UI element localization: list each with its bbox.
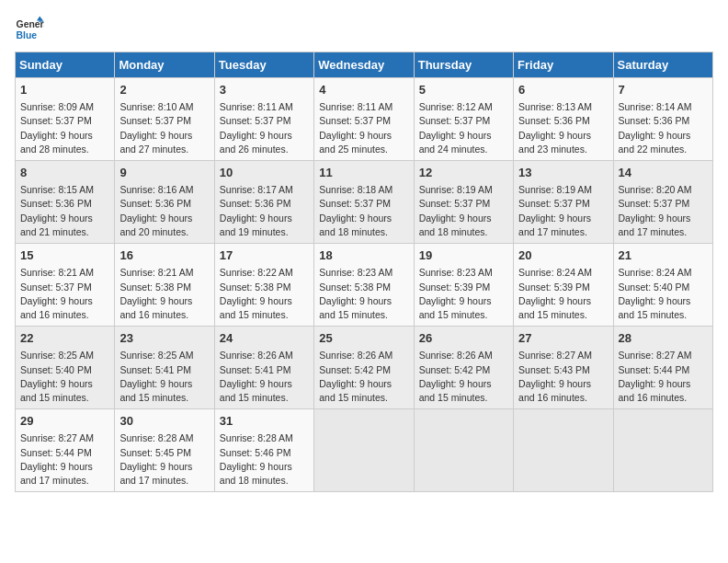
header-wednesday: Wednesday [314, 52, 414, 78]
calendar-cell: 5Sunrise: 8:12 AMSunset: 5:37 PMDaylight… [414, 78, 513, 161]
cell-info: Sunrise: 8:12 AMSunset: 5:37 PMDaylight:… [419, 100, 508, 156]
day-number: 26 [419, 330, 508, 347]
day-number: 16 [119, 247, 209, 264]
calendar-cell: 23Sunrise: 8:25 AMSunset: 5:41 PMDayligh… [115, 327, 214, 409]
day-number: 14 [619, 165, 708, 181]
week-row-1: 1Sunrise: 8:09 AMSunset: 5:37 PMDaylight… [16, 78, 713, 161]
day-number: 30 [119, 413, 209, 430]
day-number: 28 [619, 330, 708, 347]
cell-info: Sunrise: 8:27 AMSunset: 5:44 PMDaylight:… [619, 349, 708, 405]
day-number: 8 [20, 165, 109, 181]
page-header: General Blue [15, 15, 713, 44]
day-number: 27 [518, 330, 608, 347]
cell-info: Sunrise: 8:17 AMSunset: 5:36 PMDaylight:… [220, 183, 309, 239]
calendar-cell: 10Sunrise: 8:17 AMSunset: 5:36 PMDayligh… [214, 161, 313, 244]
cell-info: Sunrise: 8:22 AMSunset: 5:38 PMDaylight:… [220, 266, 309, 322]
header-sunday: Sunday [16, 52, 115, 78]
day-number: 10 [220, 165, 309, 181]
day-number: 29 [20, 413, 109, 430]
calendar-cell: 25Sunrise: 8:26 AMSunset: 5:42 PMDayligh… [314, 327, 414, 409]
calendar-cell: 13Sunrise: 8:19 AMSunset: 5:37 PMDayligh… [514, 161, 613, 244]
day-number: 1 [20, 82, 109, 98]
calendar-cell [613, 409, 712, 492]
calendar-cell: 15Sunrise: 8:21 AMSunset: 5:37 PMDayligh… [16, 244, 115, 327]
week-row-3: 15Sunrise: 8:21 AMSunset: 5:37 PMDayligh… [16, 244, 713, 327]
calendar-cell [514, 409, 613, 492]
cell-info: Sunrise: 8:15 AMSunset: 5:36 PMDaylight:… [20, 183, 109, 239]
calendar-cell: 22Sunrise: 8:25 AMSunset: 5:40 PMDayligh… [16, 327, 115, 409]
calendar-cell: 31Sunrise: 8:28 AMSunset: 5:46 PMDayligh… [214, 409, 313, 492]
calendar-cell: 4Sunrise: 8:11 AMSunset: 5:37 PMDaylight… [314, 78, 414, 161]
header-thursday: Thursday [414, 52, 513, 78]
calendar-cell: 18Sunrise: 8:23 AMSunset: 5:38 PMDayligh… [314, 244, 414, 327]
calendar-cell: 7Sunrise: 8:14 AMSunset: 5:36 PMDaylight… [613, 78, 712, 161]
calendar-cell: 9Sunrise: 8:16 AMSunset: 5:36 PMDaylight… [115, 161, 214, 244]
calendar-cell: 6Sunrise: 8:13 AMSunset: 5:36 PMDaylight… [514, 78, 613, 161]
cell-info: Sunrise: 8:27 AMSunset: 5:44 PMDaylight:… [20, 431, 109, 488]
calendar-cell: 21Sunrise: 8:24 AMSunset: 5:40 PMDayligh… [613, 244, 712, 327]
header-monday: Monday [115, 52, 214, 78]
calendar-cell: 20Sunrise: 8:24 AMSunset: 5:39 PMDayligh… [514, 244, 613, 327]
calendar-cell: 3Sunrise: 8:11 AMSunset: 5:37 PMDaylight… [214, 78, 313, 161]
calendar-cell: 11Sunrise: 8:18 AMSunset: 5:37 PMDayligh… [314, 161, 414, 244]
calendar-cell: 29Sunrise: 8:27 AMSunset: 5:44 PMDayligh… [16, 409, 115, 492]
calendar-cell: 27Sunrise: 8:27 AMSunset: 5:43 PMDayligh… [514, 327, 613, 409]
cell-info: Sunrise: 8:27 AMSunset: 5:43 PMDaylight:… [518, 349, 608, 405]
cell-info: Sunrise: 8:26 AMSunset: 5:42 PMDaylight:… [319, 349, 408, 405]
week-row-5: 29Sunrise: 8:27 AMSunset: 5:44 PMDayligh… [16, 409, 713, 492]
cell-info: Sunrise: 8:24 AMSunset: 5:40 PMDaylight:… [619, 266, 708, 322]
cell-info: Sunrise: 8:19 AMSunset: 5:37 PMDaylight:… [419, 183, 508, 239]
week-row-4: 22Sunrise: 8:25 AMSunset: 5:40 PMDayligh… [16, 327, 713, 409]
calendar-cell: 17Sunrise: 8:22 AMSunset: 5:38 PMDayligh… [214, 244, 313, 327]
day-number: 19 [419, 247, 508, 264]
day-number: 9 [119, 165, 209, 181]
cell-info: Sunrise: 8:19 AMSunset: 5:37 PMDaylight:… [518, 183, 608, 239]
calendar-cell: 26Sunrise: 8:26 AMSunset: 5:42 PMDayligh… [414, 327, 513, 409]
cell-info: Sunrise: 8:26 AMSunset: 5:42 PMDaylight:… [419, 349, 508, 405]
calendar-cell [414, 409, 513, 492]
cell-info: Sunrise: 8:13 AMSunset: 5:36 PMDaylight:… [518, 100, 608, 156]
calendar-cell: 24Sunrise: 8:26 AMSunset: 5:41 PMDayligh… [214, 327, 313, 409]
day-number: 31 [220, 413, 309, 430]
calendar-cell: 12Sunrise: 8:19 AMSunset: 5:37 PMDayligh… [414, 161, 513, 244]
cell-info: Sunrise: 8:23 AMSunset: 5:38 PMDaylight:… [319, 266, 408, 322]
day-number: 3 [220, 82, 309, 98]
calendar-cell: 19Sunrise: 8:23 AMSunset: 5:39 PMDayligh… [414, 244, 513, 327]
cell-info: Sunrise: 8:09 AMSunset: 5:37 PMDaylight:… [20, 100, 109, 156]
calendar-cell: 16Sunrise: 8:21 AMSunset: 5:38 PMDayligh… [115, 244, 214, 327]
day-number: 22 [20, 330, 109, 347]
header-tuesday: Tuesday [214, 52, 313, 78]
cell-info: Sunrise: 8:24 AMSunset: 5:39 PMDaylight:… [518, 266, 608, 322]
day-number: 4 [319, 82, 408, 98]
logo-icon: General Blue [15, 15, 44, 44]
header-friday: Friday [514, 52, 613, 78]
day-number: 12 [419, 165, 508, 181]
calendar-cell: 8Sunrise: 8:15 AMSunset: 5:36 PMDaylight… [16, 161, 115, 244]
cell-info: Sunrise: 8:18 AMSunset: 5:37 PMDaylight:… [319, 183, 408, 239]
cell-info: Sunrise: 8:16 AMSunset: 5:36 PMDaylight:… [119, 183, 209, 239]
calendar-cell [314, 409, 414, 492]
logo: General Blue [15, 15, 44, 44]
cell-info: Sunrise: 8:21 AMSunset: 5:37 PMDaylight:… [20, 266, 109, 322]
calendar-table: SundayMondayTuesdayWednesdayThursdayFrid… [15, 52, 713, 492]
week-row-2: 8Sunrise: 8:15 AMSunset: 5:36 PMDaylight… [16, 161, 713, 244]
cell-info: Sunrise: 8:11 AMSunset: 5:37 PMDaylight:… [319, 100, 408, 156]
day-number: 24 [220, 330, 309, 347]
calendar-cell: 28Sunrise: 8:27 AMSunset: 5:44 PMDayligh… [613, 327, 712, 409]
day-number: 7 [619, 82, 708, 98]
calendar-cell: 2Sunrise: 8:10 AMSunset: 5:37 PMDaylight… [115, 78, 214, 161]
day-number: 15 [20, 247, 109, 264]
cell-info: Sunrise: 8:21 AMSunset: 5:38 PMDaylight:… [119, 266, 209, 322]
cell-info: Sunrise: 8:25 AMSunset: 5:41 PMDaylight:… [119, 349, 209, 405]
day-number: 13 [518, 165, 608, 181]
cell-info: Sunrise: 8:20 AMSunset: 5:37 PMDaylight:… [619, 183, 708, 239]
calendar-cell: 30Sunrise: 8:28 AMSunset: 5:45 PMDayligh… [115, 409, 214, 492]
cell-info: Sunrise: 8:26 AMSunset: 5:41 PMDaylight:… [220, 349, 309, 405]
day-number: 23 [119, 330, 209, 347]
svg-text:Blue: Blue [17, 30, 38, 40]
cell-info: Sunrise: 8:23 AMSunset: 5:39 PMDaylight:… [419, 266, 508, 322]
day-number: 21 [619, 247, 708, 264]
cell-info: Sunrise: 8:11 AMSunset: 5:37 PMDaylight:… [220, 100, 309, 156]
cell-info: Sunrise: 8:28 AMSunset: 5:46 PMDaylight:… [220, 431, 309, 488]
calendar-cell: 14Sunrise: 8:20 AMSunset: 5:37 PMDayligh… [613, 161, 712, 244]
